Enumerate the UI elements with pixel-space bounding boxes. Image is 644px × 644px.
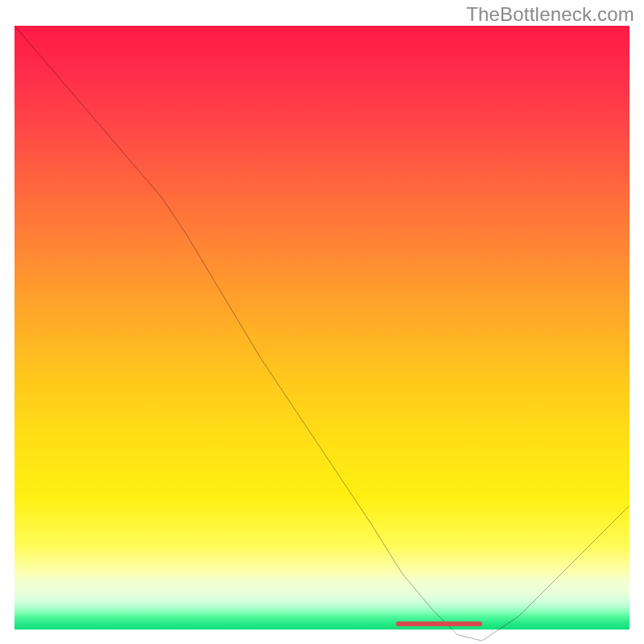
- line-path-layer: [14, 26, 630, 641]
- chart-canvas: TheBottleneck.com: [0, 0, 644, 644]
- attribution-label: TheBottleneck.com: [466, 3, 634, 26]
- plot-area: [14, 26, 630, 630]
- optimal-range-marker: [396, 621, 482, 627]
- bottleneck-curve: [14, 26, 630, 641]
